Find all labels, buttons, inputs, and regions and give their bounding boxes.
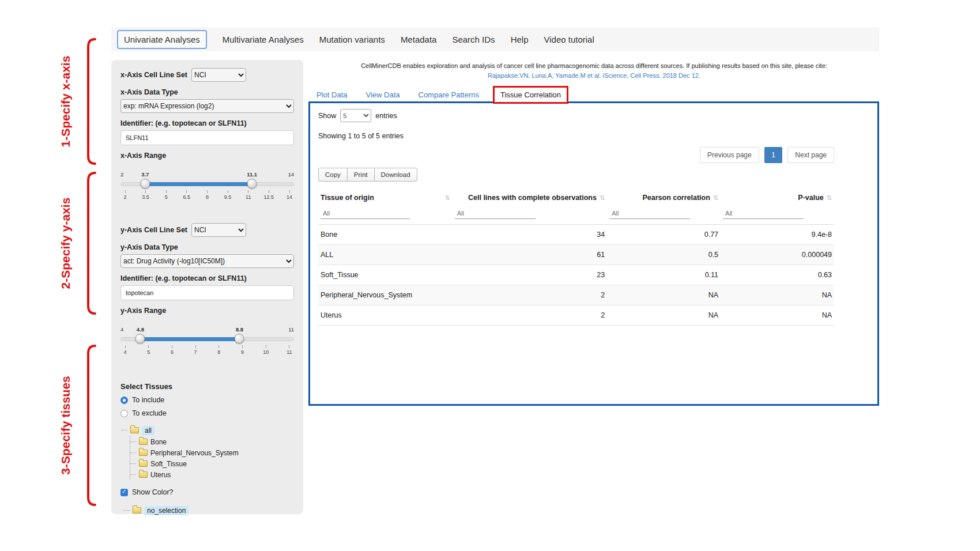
x-axis-data-type-select[interactable]: exp: mRNA Expression (log2): [120, 99, 294, 113]
x-slider-min-label: 2: [120, 171, 123, 178]
tree-item-bone[interactable]: Bone: [130, 436, 294, 447]
x-axis-cell-line-set-select[interactable]: NCI: [191, 68, 246, 82]
filter-pearson-input[interactable]: [609, 208, 690, 219]
cell-p-value: 0.000049: [721, 245, 834, 265]
tree-item-soft-tissue[interactable]: Soft_Tissue: [130, 458, 294, 469]
x-slider-handle-low[interactable]: [140, 179, 150, 188]
tab-tissue-correlation[interactable]: Tissue Correlation: [493, 86, 568, 104]
y-slider-handle-low[interactable]: [135, 334, 145, 344]
table-row[interactable]: Soft_Tissue 23 0.11 0.63: [318, 265, 834, 285]
table-row[interactable]: ALL 61 0.5 0.000049: [318, 245, 834, 265]
print-button[interactable]: Print: [347, 168, 375, 182]
entries-select[interactable]: 5: [340, 109, 371, 122]
y-axis-data-type-select[interactable]: act: Drug Activity (-log10[IC50M]): [120, 254, 294, 268]
show-color-row[interactable]: Show Color?: [120, 488, 294, 496]
download-button[interactable]: Download: [374, 168, 417, 182]
y-axis-data-type-label: y-Axis Data Type: [120, 243, 294, 251]
to-exclude-radio-row[interactable]: To exclude: [120, 409, 294, 417]
y-slider-low-value: 4.8: [137, 326, 144, 333]
cell-tissue: Uterus: [318, 305, 453, 326]
tissue-correlation-table: Tissue of origin Cell lines with complet…: [318, 188, 834, 326]
tab-plot-data[interactable]: Plot Data: [316, 90, 347, 99]
y-axis-cell-line-set-label: y-Axis Cell Line Set: [120, 226, 187, 234]
tree-item-uterus[interactable]: Uterus: [130, 469, 294, 480]
to-exclude-radio[interactable]: [120, 410, 128, 417]
page-1-button[interactable]: 1: [764, 147, 782, 163]
filter-p-value-input[interactable]: [723, 208, 804, 219]
col-p-value[interactable]: P-value: [721, 188, 834, 207]
sort-icon[interactable]: [597, 194, 605, 202]
show-color-label: Show Color?: [132, 488, 174, 496]
cell-tissue: Bone: [318, 225, 453, 245]
col-cell-lines-label: Cell lines with complete observations: [468, 194, 597, 202]
y-slider-high-value: 8.8: [236, 326, 243, 333]
citation-link[interactable]: Rajapakse.VN, Luna.A, Yamade.M et al. iS…: [310, 72, 878, 79]
sort-icon[interactable]: [710, 194, 718, 202]
x-axis-range-slider[interactable]: 2 3.7 11.1 14 2 3.5 5 6.5 8 9.5 11 12.5 …: [120, 171, 294, 206]
no-selection-tree: no_selection: [124, 504, 294, 516]
y-axis-identifier-input[interactable]: [120, 285, 294, 300]
x-slider-handle-high[interactable]: [247, 179, 257, 188]
sub-tabs: Plot Data View Data Compare Patterns Tis…: [316, 86, 568, 104]
annotation-specify-y-axis: 2-Specify y-axis: [59, 198, 73, 289]
cell-tissue: Peripheral_Nervous_System: [318, 285, 453, 305]
col-pearson-correlation[interactable]: Pearson correlation: [607, 188, 721, 207]
tree-connector: [130, 463, 136, 464]
col-tissue-of-origin[interactable]: Tissue of origin: [318, 188, 453, 207]
nav-tab-search-ids[interactable]: Search IDs: [452, 35, 495, 44]
table-info: Showing 1 to 5 of 5 entries: [318, 132, 834, 140]
nav-tab-univariate-analyses[interactable]: Univariate Analyses: [117, 30, 207, 49]
filter-cell-lines-input[interactable]: [455, 208, 536, 219]
page: 1-Specify x-axis 2-Specify y-axis 3-Spec…: [0, 0, 980, 551]
table-row[interactable]: Bone 34 0.77 9.4e-8: [318, 225, 834, 245]
x-axis-identifier-input[interactable]: [120, 130, 294, 145]
tree-item-all[interactable]: all: [122, 424, 294, 436]
cell-count: 23: [453, 265, 608, 285]
copy-button[interactable]: Copy: [318, 168, 348, 182]
y-axis-range-slider[interactable]: 4 4.8 8.8 11 4 5 6 7 8 9 10 11: [120, 326, 294, 361]
nav-tab-metadata[interactable]: Metadata: [401, 35, 437, 44]
table-filter-row: [318, 207, 834, 225]
x-axis-cell-line-set-label: x-Axis Cell Line Set: [120, 71, 187, 79]
entries-label: entries: [375, 112, 397, 120]
show-color-checkbox[interactable]: [120, 489, 128, 496]
table-row[interactable]: Peripheral_Nervous_System 2 NA NA: [318, 285, 834, 305]
y-tick: 8: [217, 349, 220, 355]
tree-item-peripheral-nervous-system[interactable]: Peripheral_Nervous_System: [130, 447, 294, 458]
to-include-radio-row[interactable]: To include: [120, 396, 294, 404]
tree-item-uterus-label: Uterus: [150, 471, 171, 479]
tree-connector: [122, 430, 127, 431]
previous-page-button[interactable]: Previous page: [700, 147, 759, 163]
nav-tab-multivariate-analyses[interactable]: Multivariate Analyses: [223, 35, 304, 44]
nav-tab-mutation-variants[interactable]: Mutation variants: [319, 35, 385, 44]
y-tick: 5: [147, 349, 150, 355]
x-tick: 8: [206, 194, 209, 200]
x-tick: 3.5: [142, 194, 149, 200]
tab-view-data[interactable]: View Data: [365, 90, 399, 99]
nav-tab-help[interactable]: Help: [511, 35, 529, 44]
x-tick: 14: [287, 194, 292, 200]
tree-item-bone-label: Bone: [150, 438, 167, 446]
to-include-radio[interactable]: [120, 397, 128, 404]
col-cell-lines[interactable]: Cell lines with complete observations: [453, 188, 608, 207]
intro-text: CellMinerCDB enables exploration and ana…: [310, 62, 878, 69]
tree-item-no-selection[interactable]: no_selection: [124, 504, 294, 516]
y-slider-handle-high[interactable]: [235, 334, 244, 344]
cell-pearson: 0.5: [607, 245, 721, 265]
tissue-correlation-panel: Show 5 entries Showing 1 to 5 of 5 entri…: [308, 101, 879, 406]
main-nav: Univariate Analyses Multivariate Analyse…: [111, 27, 879, 51]
y-axis-identifier-label: Identifier: (e.g. topotecan or SLFN11): [120, 274, 294, 282]
filter-tissue-input[interactable]: [321, 208, 410, 219]
nav-tab-video-tutorial[interactable]: Video tutorial: [544, 35, 594, 44]
tab-compare-patterns[interactable]: Compare Patterns: [419, 90, 480, 99]
sort-icon[interactable]: [824, 194, 832, 202]
export-buttons: Copy Print Download: [318, 168, 417, 182]
cell-p-value: NA: [721, 305, 834, 326]
cell-p-value: 0.63: [721, 265, 834, 285]
x-slider-ticks: 2 3.5 5 6.5 8 9.5 11 12.5 14: [120, 190, 294, 200]
table-row[interactable]: Uterus 2 NA NA: [318, 305, 834, 326]
sort-icon[interactable]: [442, 194, 450, 202]
y-axis-cell-line-set-select[interactable]: NCI: [191, 223, 246, 237]
x-tick: 5: [165, 194, 168, 200]
next-page-button[interactable]: Next page: [787, 147, 834, 163]
